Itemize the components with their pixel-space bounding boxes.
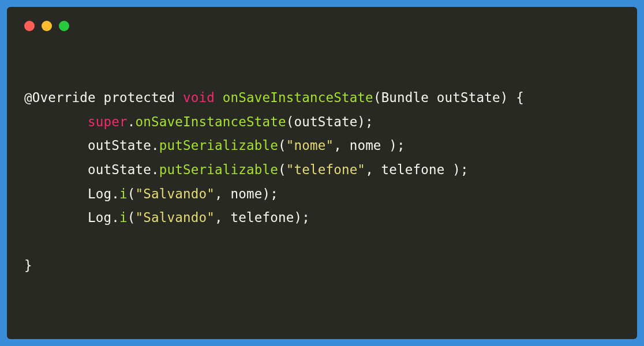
args-rest: , telefone); — [215, 210, 310, 225]
args-rest: , nome); — [215, 186, 278, 201]
indent — [24, 210, 88, 225]
code-window: @Override protected void onSaveInstanceS… — [7, 7, 637, 339]
object-ref: Log. — [88, 186, 119, 201]
method-name: onSaveInstanceState — [223, 90, 373, 105]
object-ref: outState. — [88, 138, 159, 153]
method-call: onSaveInstanceState — [135, 114, 286, 129]
modifier: protected — [103, 90, 175, 105]
indent — [24, 162, 88, 177]
string-literal: "nome" — [286, 138, 334, 153]
method-call: putSerializable — [159, 162, 278, 177]
args-rest: , nome ); — [334, 138, 405, 153]
paren-open: ( — [373, 90, 381, 105]
method-call: i — [119, 210, 128, 225]
maximize-icon[interactable] — [59, 21, 69, 31]
indent — [24, 114, 88, 129]
object-ref: Log. — [88, 210, 119, 225]
param-type: Bundle — [381, 90, 429, 105]
method-call: i — [119, 186, 128, 201]
code-block: @Override protected void onSaveInstanceS… — [24, 86, 620, 278]
args: (outState); — [286, 114, 373, 129]
paren-open: ( — [128, 210, 136, 225]
indent — [24, 138, 88, 153]
paren-open: ( — [278, 138, 286, 153]
method-call: putSerializable — [159, 138, 278, 153]
annotation: @Override — [24, 90, 96, 105]
object-ref: outState. — [88, 162, 159, 177]
string-literal: "telefone" — [286, 162, 365, 177]
paren-open: ( — [278, 162, 286, 177]
paren-open: ( — [128, 186, 136, 201]
string-literal: "Salvando" — [135, 210, 214, 225]
string-literal: "Salvando" — [135, 186, 214, 201]
dot: . — [128, 114, 136, 129]
indent — [24, 186, 88, 201]
param-name: outState — [437, 90, 500, 105]
return-type: void — [183, 90, 215, 105]
paren-brace: ) { — [500, 90, 524, 105]
args-rest: , telefone ); — [365, 162, 469, 177]
minimize-icon[interactable] — [42, 21, 52, 31]
window-controls — [24, 21, 620, 31]
close-brace: } — [24, 258, 32, 273]
close-icon[interactable] — [24, 21, 35, 31]
super-keyword: super — [88, 114, 128, 129]
